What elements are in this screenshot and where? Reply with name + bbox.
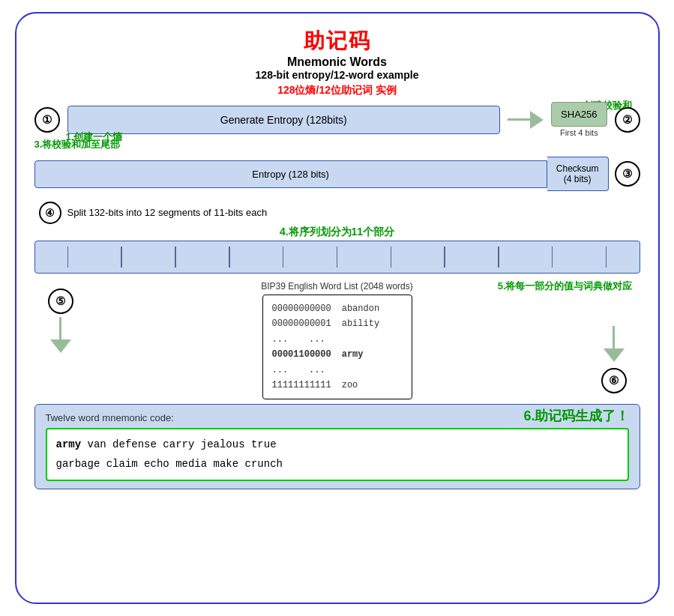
circle-1: ① bbox=[34, 107, 60, 133]
split-label: Split 132-bits into 12 segments of 11-bi… bbox=[67, 207, 268, 218]
subtitle-zh: 128位熵/12位助记词 实例 bbox=[277, 84, 397, 97]
split-zh: 4.将序列划分为11个部分 bbox=[34, 226, 640, 239]
mnemonic-inner: army van defense carry jealous true garb… bbox=[46, 428, 629, 480]
label-done: 6.助记码生成了！ bbox=[523, 407, 629, 425]
step6-section: Twelve word mnemonic code: army van defe… bbox=[34, 404, 640, 489]
label-match: 5.将每一部分的值与词典做对应 bbox=[498, 280, 633, 293]
mnemonic-army: army bbox=[56, 438, 82, 450]
sha-box: SHA256 bbox=[551, 102, 607, 127]
step4-section: ④ Split 132-bits into 12 segments of 11-… bbox=[34, 202, 640, 274]
first4bits: First 4 bits bbox=[560, 128, 598, 137]
step3-wrapper: 3.将校验和加至尾部 Entropy (128 bits) Checksum(4… bbox=[34, 140, 640, 196]
entropy128-box: Entropy (128 bits) bbox=[34, 160, 547, 188]
sha-col: SHA256 First 4 bits bbox=[551, 102, 607, 137]
wordlist-title: BIP39 English Word List (2048 words) bbox=[261, 281, 413, 292]
main-container: 助记码 Mnemonic Words 128-bit entropy/12-wo… bbox=[15, 12, 660, 604]
label-add-checksum: 3.将校验和加至尾部 bbox=[34, 138, 121, 151]
step5-section: ⑤ BIP39 English Word List (2048 words) 0… bbox=[34, 281, 640, 399]
step1-row: ① Generate Entropy (128bits) SHA256 Firs… bbox=[34, 102, 640, 137]
title-en1: Mnemonic Words bbox=[287, 55, 387, 69]
circle-6: ⑥ bbox=[601, 368, 627, 393]
circle-3: ③ bbox=[615, 161, 640, 187]
mnemonic-line2: garbage claim echo media make crunch bbox=[56, 458, 283, 470]
left-arrow-col: ⑤ bbox=[34, 281, 87, 353]
arrow-down-2 bbox=[604, 348, 625, 362]
segments-box bbox=[34, 241, 640, 274]
circle-5: ⑤ bbox=[48, 289, 73, 314]
circle-4: ④ bbox=[39, 202, 61, 224]
entropy-box: Generate Entropy (128bits) bbox=[67, 106, 501, 134]
step1-wrapper: 2.创建校验和 ① Generate Entropy (128bits) SHA… bbox=[34, 102, 640, 137]
checksum-text: Checksum(4 bits) bbox=[556, 163, 599, 184]
checksum-box: Checksum(4 bits) bbox=[547, 157, 609, 191]
title-zh: 助记码 bbox=[304, 27, 371, 55]
mnemonic-line1-rest: van defense carry jealous true bbox=[81, 438, 276, 450]
arrow-to-sha bbox=[530, 111, 544, 129]
wordlist-box: 00000000000abandon 00000000001ability ..… bbox=[262, 295, 412, 399]
right-arrow-col: ⑥ bbox=[588, 281, 640, 393]
circle-2: ② bbox=[615, 107, 640, 133]
wordlist-section: BIP39 English Word List (2048 words) 000… bbox=[94, 281, 580, 399]
title-en2: 128-bit entropy/12-word example bbox=[256, 69, 419, 81]
arrow-down-1 bbox=[50, 339, 71, 353]
step3-row: Entropy (128 bits) Checksum(4 bits) ③ bbox=[34, 157, 640, 191]
